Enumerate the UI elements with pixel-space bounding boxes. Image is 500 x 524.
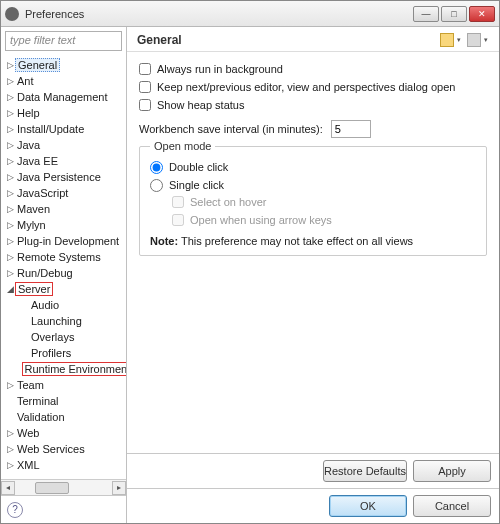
tree-item-xml[interactable]: ▷XML — [5, 457, 126, 473]
leaf-icon: · — [19, 332, 29, 342]
apply-button[interactable]: Apply — [413, 460, 491, 482]
tree-item-launching[interactable]: ·Launching — [19, 313, 126, 329]
cancel-button[interactable]: Cancel — [413, 495, 491, 517]
leaf-icon: · — [19, 300, 29, 310]
expand-icon[interactable]: ▷ — [5, 172, 15, 182]
tree-item-install-update[interactable]: ▷Install/Update — [5, 121, 126, 137]
help-icon[interactable]: ? — [7, 502, 23, 518]
leaf-icon: · — [19, 316, 29, 326]
window-title: Preferences — [25, 8, 413, 20]
tree-item-javascript[interactable]: ▷JavaScript — [5, 185, 126, 201]
keep-next-prev-checkbox[interactable]: Keep next/previous editor, view and pers… — [139, 78, 487, 96]
expand-icon[interactable]: ▷ — [5, 92, 15, 102]
open-mode-note: Note: This preference may not take effec… — [150, 235, 476, 247]
ok-button[interactable]: OK — [329, 495, 407, 517]
tree-item-data-management[interactable]: ▷Data Management — [5, 89, 126, 105]
tree-item-team[interactable]: ▷Team — [5, 377, 126, 393]
leaf-icon: · — [5, 412, 15, 422]
expand-icon[interactable]: ▷ — [5, 140, 15, 150]
scroll-thumb[interactable] — [35, 482, 69, 494]
tree-item-java[interactable]: ▷Java — [5, 137, 126, 153]
save-interval-label: Workbench save interval (in minutes): — [139, 123, 323, 135]
page-header: General — [127, 27, 499, 52]
tree-item-java-ee[interactable]: ▷Java EE — [5, 153, 126, 169]
tree-item-run-debug[interactable]: ▷Run/Debug — [5, 265, 126, 281]
expand-icon[interactable]: ▷ — [5, 156, 15, 166]
save-interval-input[interactable] — [331, 120, 371, 138]
expand-icon[interactable]: ▷ — [5, 460, 15, 470]
leaf-icon: · — [5, 396, 15, 406]
tree-item-ant[interactable]: ▷Ant — [5, 73, 126, 89]
select-on-hover-checkbox: Select on hover — [172, 193, 476, 211]
expand-icon[interactable]: ▷ — [5, 236, 15, 246]
tree-item-runtime-environment[interactable]: ·Runtime Environment — [19, 361, 126, 377]
open-mode-title: Open mode — [150, 140, 215, 152]
expand-icon[interactable]: ▷ — [5, 380, 15, 390]
expand-icon[interactable]: ▷ — [5, 252, 15, 262]
expand-icon[interactable]: ▷ — [5, 108, 15, 118]
tree-item-validation[interactable]: ·Validation — [5, 409, 126, 425]
tree-item-plugin-dev[interactable]: ▷Plug-in Development — [5, 233, 126, 249]
expand-icon[interactable]: ▷ — [5, 220, 15, 230]
tree-hscrollbar[interactable]: ◂ ▸ — [1, 479, 126, 495]
restore-defaults-button[interactable]: Restore Defaults — [323, 460, 407, 482]
single-click-radio[interactable]: Single click — [150, 177, 476, 193]
page-content: Always run in background Keep next/previ… — [127, 52, 499, 453]
tree-item-profilers[interactable]: ·Profilers — [19, 345, 126, 361]
expand-icon[interactable]: ▷ — [5, 204, 15, 214]
always-run-bg-checkbox[interactable]: Always run in background — [139, 60, 487, 78]
nav-back-icon[interactable] — [440, 33, 454, 47]
expand-icon[interactable]: ▷ — [5, 60, 15, 70]
close-button[interactable]: ✕ — [469, 6, 495, 22]
minimize-button[interactable]: — — [413, 6, 439, 22]
double-click-radio[interactable]: Double click — [150, 159, 476, 175]
open-mode-group: Open mode Double click Single click Sele… — [139, 146, 487, 256]
collapse-icon[interactable]: ◢ — [5, 284, 15, 294]
tree-item-terminal[interactable]: ·Terminal — [5, 393, 126, 409]
expand-icon[interactable]: ▷ — [5, 124, 15, 134]
page-title: General — [137, 33, 437, 47]
expand-icon[interactable]: ▷ — [5, 268, 15, 278]
app-icon — [5, 7, 19, 21]
tree-item-web-services[interactable]: ▷Web Services — [5, 441, 126, 457]
page-button-bar: Restore Defaults Apply — [127, 453, 499, 488]
help-area: ? — [1, 495, 126, 523]
tree-item-help[interactable]: ▷Help — [5, 105, 126, 121]
tree-item-overlays[interactable]: ·Overlays — [19, 329, 126, 345]
tree-item-server[interactable]: ◢Server — [5, 281, 126, 297]
show-heap-checkbox[interactable]: Show heap status — [139, 96, 487, 114]
scroll-left-icon[interactable]: ◂ — [1, 481, 15, 495]
tree-item-web[interactable]: ▷Web — [5, 425, 126, 441]
filter-input[interactable]: type filter text — [5, 31, 122, 51]
titlebar: Preferences — □ ✕ — [1, 1, 499, 27]
tree-item-audio[interactable]: ·Audio — [19, 297, 126, 313]
open-arrow-keys-checkbox: Open when using arrow keys — [172, 211, 476, 229]
scroll-right-icon[interactable]: ▸ — [112, 481, 126, 495]
leaf-icon: · — [19, 348, 29, 358]
expand-icon[interactable]: ▷ — [5, 188, 15, 198]
preference-tree: ▷General ▷Ant ▷Data Management ▷Help ▷In… — [1, 55, 126, 479]
expand-icon[interactable]: ▷ — [5, 444, 15, 454]
dialog-button-bar: OK Cancel — [127, 488, 499, 523]
tree-item-general[interactable]: ▷General — [5, 57, 126, 73]
maximize-button[interactable]: □ — [441, 6, 467, 22]
tree-item-java-persistence[interactable]: ▷Java Persistence — [5, 169, 126, 185]
tree-item-mylyn[interactable]: ▷Mylyn — [5, 217, 126, 233]
expand-icon[interactable]: ▷ — [5, 428, 15, 438]
sidebar: type filter text ▷General ▷Ant ▷Data Man… — [1, 27, 127, 523]
nav-forward-icon[interactable] — [467, 33, 481, 47]
tree-item-maven[interactable]: ▷Maven — [5, 201, 126, 217]
tree-item-remote-systems[interactable]: ▷Remote Systems — [5, 249, 126, 265]
expand-icon[interactable]: ▷ — [5, 76, 15, 86]
